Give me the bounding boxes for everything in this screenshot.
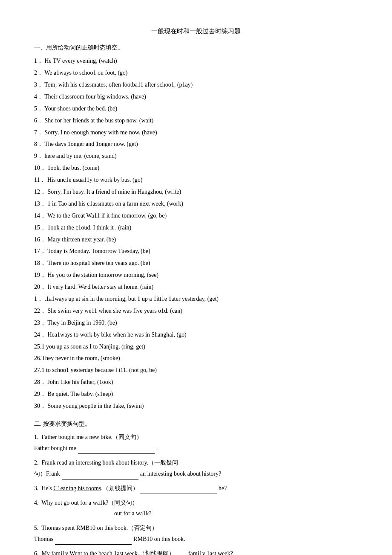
section2-header: 二. 按要求变换句型。 [34, 418, 358, 429]
list-item: 3． Tom, with his c1assmates, often footb… [34, 79, 358, 90]
list-item: 10． 1ook, the bus. (come) [34, 163, 358, 174]
list-item: 27.1 to schoo1 yesterday because I i11. … [34, 365, 358, 376]
page-container: 一般现在时和一般过去时练习题 一、用所给动词的正确时态填空。 1． He TV … [34, 26, 358, 555]
list-item: 17． Today is Monday. Tomorrow Tuesday, (… [34, 246, 358, 257]
list-item: 20． It very hard. We·d better stay at ho… [34, 282, 358, 293]
section2-item-5: 5. Thomas spent RMB10 on this book.（否定句）… [34, 523, 358, 545]
section2-item-3: 3. He's C1eaning his rooms.（划线提问）he? [34, 483, 358, 494]
list-item: 29． Be quiet. The baby. (s1eep) [34, 389, 358, 400]
section2-content: 1. Father bought me a new bike.（同义句） Fat… [34, 432, 358, 555]
list-item: 4． Their c1assroom four big windows. (ha… [34, 91, 358, 102]
section2-item-1: 1. Father bought me a new bike.（同义句） Fat… [34, 432, 358, 454]
section2-item-4: 4. Why not go out for a wa1k?（同义句） out f… [34, 497, 358, 520]
list-item: 1． He TV every evening, (watch) [34, 55, 358, 67]
list-item: 9． here and by me. (come, stand) [34, 151, 358, 162]
page-title: 一般现在时和一般过去时练习题 [34, 26, 358, 37]
list-item: 16． Mary thirteen next year, (be) [34, 234, 358, 245]
list-item: 2． We a1ways to schoo1 on foot, (go) [34, 67, 358, 78]
list-item: 18． There no hospita1 shere ten years ag… [34, 258, 358, 269]
list-item: 6． She for her friends at the bus stop n… [34, 115, 358, 126]
list-item: 15． 1ook at the c1oud. I think it . (rai… [34, 222, 358, 233]
list-item: 30． Some young peop1e in the 1ake, (swim… [34, 401, 358, 412]
list-item: 5． Your shoes under the bed. (be) [34, 103, 358, 114]
list-item: 22． She swim very we11 when she was five… [34, 305, 358, 317]
section1-list: 1． He TV every evening, (watch) 2． We a1… [34, 55, 358, 412]
list-item: 7． Sorry, I no enough money with me now.… [34, 127, 358, 138]
list-item: 13． 1 in Tao and his c1assmates on a far… [34, 198, 358, 209]
list-item: 24． Hea1ways to work by bike when he was… [34, 329, 358, 340]
list-item: 19． He you to the station tomorrow morni… [34, 270, 358, 281]
list-item: 23． They in Beijing in 1960. (be) [34, 317, 358, 328]
list-item: 1． .1a1ways up at six in the morning, bu… [34, 293, 358, 305]
section2-item-2: 2. Frank read an interesting book about … [34, 457, 358, 479]
list-item: 28． John 1ike his father, (1ook) [34, 377, 358, 388]
list-item: 25.1 you up as soon as I to Nanjing, (ri… [34, 341, 358, 352]
list-item: 11． His unc1e usua11y to work by bus. (g… [34, 174, 358, 186]
section2-item-6: 6. My fami1y Went to the beach 1ast week… [34, 548, 358, 555]
list-item: 14． We to the Great Wa11 if it fine tomo… [34, 210, 358, 221]
list-item: 8． The days 1onger and 1onger now. (get) [34, 139, 358, 150]
list-item: 26.They never in the room, (smoke) [34, 353, 358, 364]
list-item: 12． Sorry, I'm busy. It a friend of mine… [34, 186, 358, 198]
section1-header: 一、用所给动词的正确时态填空。 [34, 42, 358, 53]
